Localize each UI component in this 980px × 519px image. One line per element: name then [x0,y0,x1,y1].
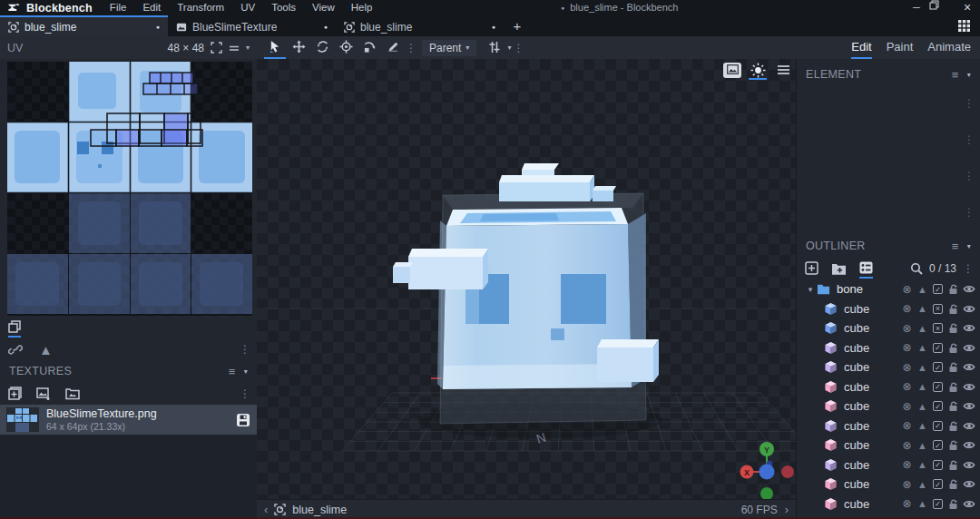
visibility-toggle-icon[interactable] [962,302,975,316]
visibility-toggle-icon[interactable] [962,360,975,374]
outliner-row[interactable]: cube ⊗ ▲ ✓ [797,397,980,416]
export-toggle-icon[interactable]: ⊗ [900,360,914,374]
lock-toggle-icon[interactable] [946,360,960,374]
texture-list-item[interactable]: BlueSlimeTexture.png 64 x 64px (21.33x) [0,405,257,435]
visibility-toggle-icon[interactable] [962,341,975,355]
status-model-name[interactable]: blue_slime [292,504,347,516]
outliner-view-toggle-button[interactable] [859,259,873,279]
element-name[interactable]: cube [844,477,869,491]
uv-size-value[interactable]: 48 × 48 [168,42,204,54]
outliner-row[interactable]: cube ⊗ ▲ ✓ [797,416,980,436]
menu-help[interactable]: Help [343,0,381,15]
toolbar-menu-icon[interactable]: ⋮ [513,42,522,54]
project-tab-BlueSlimeTexture[interactable]: BlueSlimeTexture● [168,15,336,36]
copy-paste-tool-button[interactable] [8,318,21,338]
export-toggle-icon[interactable]: ⊗ [900,497,914,511]
textures-drag-handle-icon[interactable]: ≡ [229,365,236,378]
autouv-toggle-icon[interactable]: ▲ [916,497,929,511]
menu-transform[interactable]: Transform [169,0,232,15]
outliner-row[interactable]: cube ⊗ ▲ ✓ [797,357,980,377]
tune-caret-icon[interactable]: ▾ [507,44,511,52]
outliner-row[interactable]: cube ⊗ ▲ ✓ [797,475,980,495]
visibility-toggle-icon[interactable] [962,497,975,511]
element-name[interactable]: bone [837,282,863,296]
close-button[interactable]: × [955,0,980,15]
lock-toggle-icon[interactable] [946,477,960,491]
mode-tab-animate[interactable]: Animate [927,36,971,59]
autouv-toggle-icon[interactable]: ▲ [916,341,929,355]
rotate-tool-button[interactable] [311,36,333,59]
add-cube-button[interactable] [805,261,818,275]
autouv-toggle-icon[interactable]: ▲ [916,438,929,452]
lock-toggle-icon[interactable] [946,380,960,394]
visibility-toggle-icon[interactable] [962,438,975,452]
cone-icon[interactable]: ▲ [39,342,53,357]
outliner-drag-handle-icon[interactable]: ≡ [952,240,959,253]
add-group-button[interactable] [831,262,847,275]
autouv-toggle-icon[interactable]: ▲ [916,477,929,491]
import-texture-icon[interactable] [36,387,51,400]
outliner-row[interactable]: cube ⊗ ▲ ✓ [797,455,980,475]
autouv-toggle-icon[interactable]: ▲ [916,458,929,472]
export-toggle-icon[interactable]: ⊗ [900,419,914,433]
mode-tab-paint[interactable]: Paint [887,36,914,59]
new-tab-button[interactable]: + [504,15,531,36]
vertex-snap-tool-button[interactable] [358,36,380,59]
visibility-toggle-icon[interactable] [962,458,975,472]
export-toggle-icon[interactable]: ⊗ [900,341,914,355]
autouv-toggle-icon[interactable]: ▲ [916,282,929,296]
tune-button[interactable] [484,36,505,59]
export-toggle-icon[interactable]: ⊗ [900,438,914,452]
element-toolbar-menu-icon[interactable]: ⋮ [964,133,975,146]
outliner-row[interactable]: cube ⊗ ▲ ✓ [797,436,980,455]
lock-toggle-icon[interactable] [946,302,960,316]
status-prev-icon[interactable]: ‹ [264,503,268,516]
project-tab-blue_slime[interactable]: blue_slime● [336,15,504,36]
export-toggle-icon[interactable]: ⊗ [900,458,914,472]
element-collapse-icon[interactable]: ▾ [967,71,971,79]
textures-collapse-icon[interactable]: ▾ [244,367,248,376]
transform-space-dropdown[interactable]: Parent ▾ [422,40,476,56]
element-toolbar-menu-icon[interactable]: ⋮ [964,206,975,219]
export-toggle-icon[interactable]: ⊗ [900,321,914,335]
pivot-tool-button[interactable] [335,36,357,59]
frame-view-icon[interactable] [211,42,222,54]
create-texture-icon[interactable] [8,387,22,400]
export-toggle-icon[interactable]: ⊗ [900,380,914,394]
lighting-toggle-button[interactable] [749,62,767,80]
minimize-button[interactable]: ─ [904,0,929,15]
autouv-toggle-icon[interactable]: ▲ [916,399,929,413]
element-name[interactable]: cube [844,399,869,413]
element-name[interactable]: cube [844,302,869,316]
lock-toggle-icon[interactable] [946,497,960,511]
autouv-toggle-icon[interactable]: ▲ [916,302,929,316]
visibility-toggle-icon[interactable] [962,477,975,491]
menu-view[interactable]: View [304,0,343,15]
autouv-toggle-icon[interactable]: ▲ [916,380,929,394]
element-name[interactable]: cube [844,438,869,452]
link-icon[interactable] [8,344,23,356]
element-toolbar-menu-icon[interactable]: ⋮ [964,170,975,182]
visibility-toggle-icon[interactable] [962,419,975,433]
outliner-row[interactable]: ▾ bone ⊗ ▲ ✓ [797,279,980,299]
outliner-row[interactable]: cube ⊗ ▲ ✓ [797,338,980,358]
fit-uv-icon[interactable] [229,43,240,54]
toolbar-overflow-icon[interactable]: ⋮ [406,42,415,54]
element-drag-handle-icon[interactable]: ≡ [952,68,959,82]
lock-toggle-icon[interactable] [946,458,960,472]
visibility-toggle-icon[interactable] [962,399,975,413]
viewport-menu-button[interactable] [774,62,792,80]
uv-panel-menu-icon[interactable]: ⋮ [240,343,249,356]
search-icon[interactable] [910,262,923,275]
export-toggle-icon[interactable]: ⊗ [900,282,914,296]
autouv-toggle-icon[interactable]: ▲ [916,360,929,374]
knife-tool-button[interactable] [382,36,404,59]
lock-toggle-icon[interactable] [946,341,960,355]
status-next-icon[interactable]: › [785,503,789,516]
background-image-button[interactable] [723,63,741,78]
element-name[interactable]: cube [844,380,869,394]
mode-tab-edit[interactable]: Edit [851,36,871,59]
menu-tools[interactable]: Tools [263,0,304,15]
app-grid-icon[interactable] [957,19,971,33]
expand-chevron-icon[interactable]: ▾ [804,285,817,294]
